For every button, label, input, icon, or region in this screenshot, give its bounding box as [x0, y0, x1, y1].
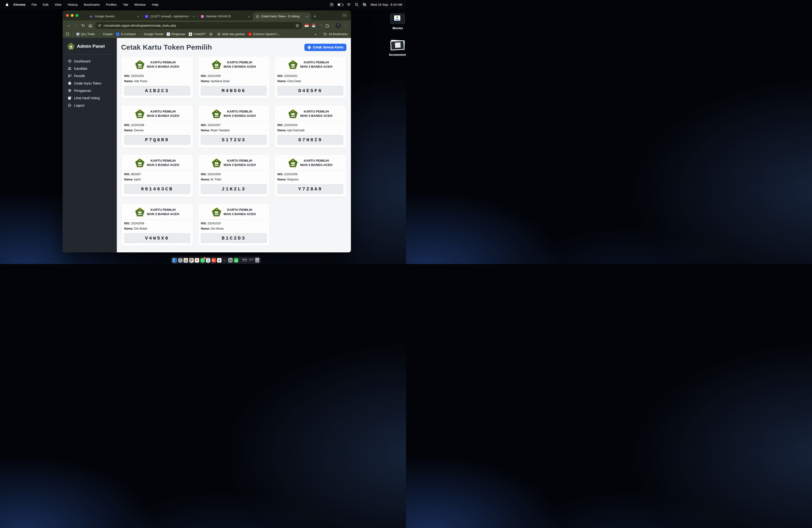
bookmark-star-icon[interactable]: [295, 24, 300, 28]
bookmark-chatgpt[interactable]: ✳ChatGPT: [189, 32, 206, 36]
wifi-icon[interactable]: [347, 3, 351, 6]
battery-icon[interactable]: [338, 3, 343, 6]
desktop-icon-screenshots[interactable]: Screenshots: [388, 40, 406, 57]
kemenag-logo-icon: [68, 43, 75, 49]
menu-item-view[interactable]: View: [52, 3, 64, 6]
site-settings-icon[interactable]: [98, 24, 101, 27]
sidebar-item-lihat-hasil-voting[interactable]: Lihat Hasil Voting: [63, 94, 117, 102]
menu-item-window[interactable]: Window: [131, 3, 149, 6]
sidebar-item-dashboard[interactable]: Dashboard: [63, 57, 117, 65]
bookmark-google-trends[interactable]: ↗Google Trends: [139, 32, 163, 36]
menu-clock[interactable]: Wed 24 Sep 9.34 AM: [371, 3, 402, 6]
nama-row: Nama: Mulyono: [277, 178, 343, 181]
bookmark-g-contacts[interactable]: 👤G-Contacts: [116, 32, 136, 36]
bookmark-enhance-speech[interactable]: AEnhance Speech f...: [248, 32, 280, 36]
card-divider: [198, 72, 270, 72]
tab-close-icon[interactable]: ×: [192, 15, 195, 18]
dashboard-icon: [68, 59, 71, 63]
image-capture-dock-icon[interactable]: [228, 258, 233, 263]
sidebar-item-logout[interactable]: Logout: [63, 102, 117, 109]
print-all-cards-button[interactable]: Cetak Semua Kartu: [304, 44, 346, 51]
menu-item-history[interactable]: History: [64, 3, 81, 6]
tab-search-chevron-button[interactable]: [342, 13, 348, 18]
menu-item-edit[interactable]: Edit: [40, 3, 52, 6]
pokeball-extension-icon[interactable]: [312, 24, 316, 27]
menu-item-bookmarks[interactable]: Bookmarks: [81, 3, 103, 6]
all-bookmarks-button[interactable]: All Bookmarks: [323, 32, 348, 36]
tab-website-sigam[interactable]: Website SIGAM.ID ×: [198, 12, 253, 20]
menu-item-tab[interactable]: Tab: [120, 3, 131, 6]
sidebar-title: Admin Panel: [77, 44, 105, 49]
bookmarks-overflow-chevron[interactable]: »: [315, 32, 317, 36]
card-divider: [121, 72, 193, 72]
window-minimize-button[interactable]: [71, 14, 74, 17]
chrome-menu-icon[interactable]: ⋮: [344, 23, 347, 28]
address-bar[interactable]: cmssekolah.sigam.id/voting/admin/cetak_k…: [95, 22, 302, 29]
sidebar-item-pemilih[interactable]: Pemilih: [63, 72, 117, 79]
token-value: V4W5X6: [124, 233, 190, 243]
tab-close-icon[interactable]: ×: [136, 15, 139, 18]
card-divider: [274, 170, 346, 171]
home-button[interactable]: [87, 22, 93, 29]
voter-card: KARTU PEMILIHMAN 3 BANDA ACEH NIS: 23241…: [274, 105, 346, 148]
sidebar-item-cetak-kartu-token[interactable]: Cetak Kartu Token: [63, 79, 117, 87]
nama-row: Nama: Devran: [124, 129, 190, 132]
sidebar-item-pengaturan[interactable]: Pengaturan: [63, 87, 117, 94]
minimized-window-thumbnail[interactable]: [248, 258, 254, 262]
bookmark-unnamed[interactable]: [209, 32, 214, 36]
capcut-dock-icon[interactable]: ⧖: [217, 258, 221, 263]
now-playing-icon[interactable]: [330, 3, 334, 6]
url-text[interactable]: cmssekolah.sigam.id/voting/admin/cetak_k…: [103, 24, 293, 27]
sigam-favicon: [201, 15, 204, 18]
card-title-line2: MAN 3 BANDA ACEH: [224, 163, 256, 167]
extensions-puzzle-icon[interactable]: [325, 24, 329, 28]
new-tab-button[interactable]: +: [311, 12, 319, 20]
window-close-button[interactable]: [66, 14, 69, 17]
bookmark-tidak-ada-gambar[interactable]: tidak ada gambar: [217, 32, 245, 36]
tab-mail[interactable]: (11,877 unread) - kykidarmadi ×: [142, 12, 198, 20]
sidebar-item-kandidat[interactable]: Kandidat: [63, 65, 117, 72]
menu-item-file[interactable]: File: [29, 3, 40, 6]
trash-dock-icon[interactable]: [255, 258, 259, 263]
dark-mode-extension-icon[interactable]: [319, 24, 322, 27]
photos-dock-icon[interactable]: [184, 258, 188, 263]
menu-item-help[interactable]: Help: [149, 3, 161, 6]
nis-value: 23241001: [131, 74, 144, 78]
menu-app-name[interactable]: Chrome: [12, 3, 29, 6]
menu-item-profiles[interactable]: Profiles: [103, 3, 120, 6]
tab-google-gemini[interactable]: Google Gemini ×: [86, 12, 142, 20]
nama-value: M. Fitah: [211, 178, 221, 181]
nis-value: 23241004: [207, 173, 221, 176]
reload-button[interactable]: ↻: [80, 22, 86, 29]
bookmark-qa-trello[interactable]: QA | Trello: [76, 32, 95, 36]
quicktime-dock-icon[interactable]: Q: [206, 258, 211, 263]
finder-dock-icon[interactable]: [172, 258, 177, 263]
desktop-icon-movies[interactable]: Movies: [388, 13, 406, 30]
whatsapp-dock-icon[interactable]: 21: [200, 258, 205, 263]
infuse-dock-icon[interactable]: ▶: [212, 258, 216, 263]
usage-chart-dock-icon[interactable]: [234, 258, 238, 263]
chrome-dock-icon[interactable]: [189, 258, 194, 263]
forward-button[interactable]: →: [73, 22, 79, 29]
back-button[interactable]: ←: [66, 22, 72, 29]
voter-card: KARTU PEMILIHMAN 3 BANDA ACEH NIS: 23241…: [198, 105, 270, 148]
tab-close-icon[interactable]: ×: [248, 15, 250, 18]
indonesia-flag-extension-icon[interactable]: [305, 24, 309, 27]
tab-close-icon[interactable]: ×: [306, 15, 308, 18]
bookmark-creator[interactable]: ∞Creator: [98, 32, 113, 36]
terminal-dock-icon[interactable]: >_: [223, 258, 227, 263]
opera-dock-icon[interactable]: O: [195, 258, 199, 263]
main-area: Cetak Kartu Token Pemilih Cetak Semua Ka…: [117, 38, 351, 252]
window-zoom-button[interactable]: [75, 14, 78, 17]
tab-cetak-kartu-token-active[interactable]: Cetak Kartu Token - E-Voting ×: [253, 12, 311, 20]
apple-menu-icon[interactable]: [5, 3, 9, 6]
globe-icon: [209, 32, 213, 36]
control-center-icon[interactable]: [363, 3, 366, 6]
apps-grid-icon[interactable]: [66, 32, 69, 36]
spotlight-search-icon[interactable]: [355, 3, 359, 6]
bookmark-ringkasan[interactable]: GRingkasan: [167, 32, 186, 36]
minimized-window-thumbnail[interactable]: [242, 258, 247, 262]
profile-avatar[interactable]: [336, 23, 341, 28]
system-settings-dock-icon[interactable]: ⚙: [178, 258, 183, 263]
macos-menu-bar: Chrome File Edit View History Bookmarks …: [0, 0, 406, 9]
